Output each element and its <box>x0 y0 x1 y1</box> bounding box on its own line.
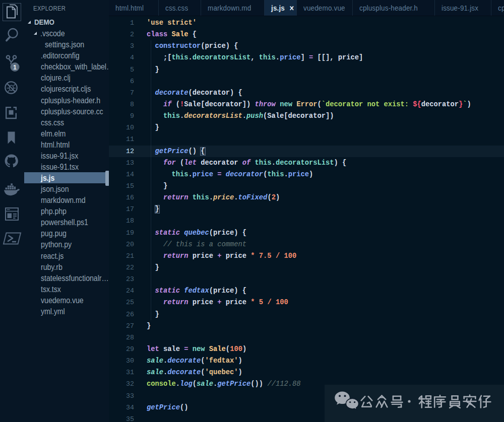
svg-text:1: 1 <box>13 64 17 71</box>
